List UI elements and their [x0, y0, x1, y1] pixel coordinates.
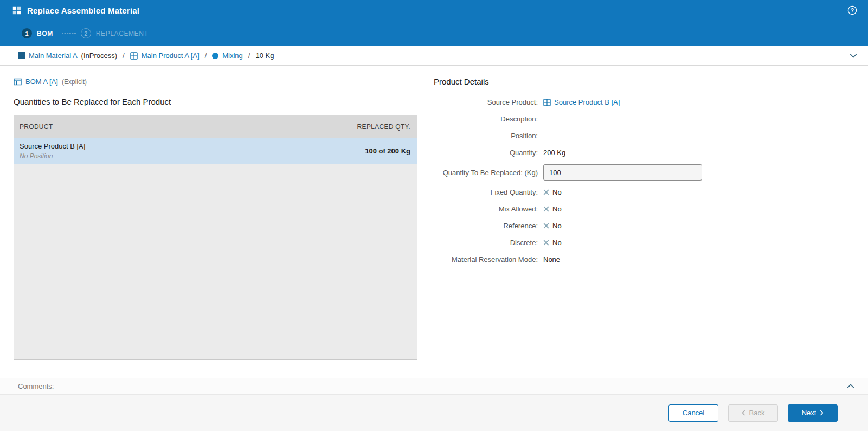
quantity-label: Quantity: [434, 149, 538, 157]
replace-assembled-material-dialog: Replace Assembled Material ? 1 BOM 2 REP… [0, 0, 868, 431]
column-header-replaced-qty: REPLACED QTY. [357, 123, 410, 131]
cancel-button-label: Cancel [683, 409, 704, 417]
page-title: Replace Assembled Material [27, 6, 139, 15]
column-header-product: PRODUCT [20, 123, 53, 131]
back-button-label: Back [749, 409, 765, 417]
product-details-grid: Source Product: Source Product B [A] Des… [434, 97, 852, 265]
product-details-heading: Product Details [434, 77, 852, 86]
quantity-to-replace-label: Quantity To Be Replaced: (Kg) [434, 169, 538, 177]
product-details-panel: Product Details Source Product: Source P… [417, 66, 852, 378]
breadcrumb-separator: / [203, 52, 209, 60]
chevron-down-icon[interactable] [850, 53, 857, 58]
step-label: REPLACEMENT [96, 30, 149, 37]
breadcrumb-material-link[interactable]: Main Material A [29, 52, 78, 60]
next-button-label: Next [802, 409, 816, 417]
material-reservation-mode-value: None [543, 254, 852, 265]
row-replaced-qty: 100 of 200 Kg [365, 147, 410, 155]
reference-label: Reference: [434, 222, 538, 230]
fixed-quantity-label: Fixed Quantity: [434, 188, 538, 196]
comments-label: Comments: [18, 382, 54, 390]
chevron-left-icon [742, 410, 745, 416]
discrete-label: Discrete: [434, 239, 538, 247]
row-product-name: Source Product B [A] [20, 142, 85, 150]
help-icon[interactable]: ? [847, 5, 857, 15]
breadcrumb-product-link[interactable]: Main Product A [A] [142, 52, 200, 60]
chevron-right-icon [820, 410, 824, 416]
next-button[interactable]: Next [788, 404, 838, 422]
material-state: (InProcess) [81, 52, 117, 60]
bom-link[interactable]: BOM A [A] [25, 78, 58, 86]
breadcrumb-quantity: 10 Kg [255, 52, 274, 60]
row-position: No Position [20, 152, 85, 160]
bom-icon [14, 78, 22, 86]
svg-text:?: ? [851, 8, 854, 14]
cancel-button[interactable]: Cancel [668, 404, 718, 422]
breadcrumb: Main Material A (InProcess) / Main Produ… [0, 46, 868, 66]
wizard-steps: 1 BOM 2 REPLACEMENT [0, 21, 868, 46]
step-number: 1 [22, 28, 32, 38]
main-content: BOM A [A] (Explicit) Quantities to Be Re… [0, 66, 868, 378]
quantity-to-replace-input[interactable] [543, 164, 702, 181]
position-label: Position: [434, 132, 538, 140]
table-header: PRODUCT REPLACED QTY. [14, 115, 417, 138]
cross-icon [543, 206, 549, 212]
comments-bar: Comments: [0, 378, 868, 394]
breadcrumb-separator: / [247, 52, 252, 60]
step-connector [62, 33, 76, 34]
replace-material-icon [12, 5, 22, 15]
reference-value: No [552, 222, 562, 230]
fixed-quantity-value: No [552, 188, 562, 196]
description-value [543, 114, 852, 124]
table-row[interactable]: Source Product B [A] No Position 100 of … [14, 138, 417, 164]
product-icon [130, 52, 138, 60]
step-number: 2 [81, 28, 91, 38]
mix-allowed-label: Mix Allowed: [434, 205, 538, 213]
discrete-value: No [552, 239, 562, 247]
bom-type: (Explicit) [62, 78, 87, 86]
product-icon [543, 99, 551, 106]
wizard-step-replacement[interactable]: 2 REPLACEMENT [81, 28, 149, 38]
step-label: BOM [37, 30, 53, 37]
mix-allowed-value: No [552, 205, 562, 213]
quantities-panel: BOM A [A] (Explicit) Quantities to Be Re… [14, 66, 417, 378]
description-label: Description: [434, 115, 538, 123]
chevron-up-icon[interactable] [847, 384, 854, 389]
source-product-link[interactable]: Source Product B [A] [554, 98, 620, 106]
material-icon [18, 52, 25, 59]
mixing-step-icon [212, 53, 218, 59]
breadcrumb-step-link[interactable]: Mixing [222, 52, 243, 60]
back-button[interactable]: Back [728, 404, 778, 422]
wizard-step-bom[interactable]: 1 BOM [22, 28, 53, 38]
quantity-value: 200 Kg [543, 147, 852, 158]
bom-header-line: BOM A [A] (Explicit) [14, 78, 417, 86]
position-value [543, 131, 852, 141]
cross-icon [543, 240, 549, 246]
products-table: PRODUCT REPLACED QTY. Source Product B [… [14, 115, 417, 360]
header: Replace Assembled Material ? 1 BOM 2 REP… [0, 0, 868, 46]
footer-actions: Cancel Back Next [0, 394, 868, 431]
cross-icon [543, 189, 549, 195]
source-product-label: Source Product: [434, 98, 538, 106]
material-reservation-mode-label: Material Reservation Mode: [434, 255, 538, 263]
breadcrumb-separator: / [121, 52, 126, 60]
cross-icon [543, 223, 549, 229]
quantities-heading: Quantities to Be Replaced for Each Produ… [14, 97, 417, 106]
